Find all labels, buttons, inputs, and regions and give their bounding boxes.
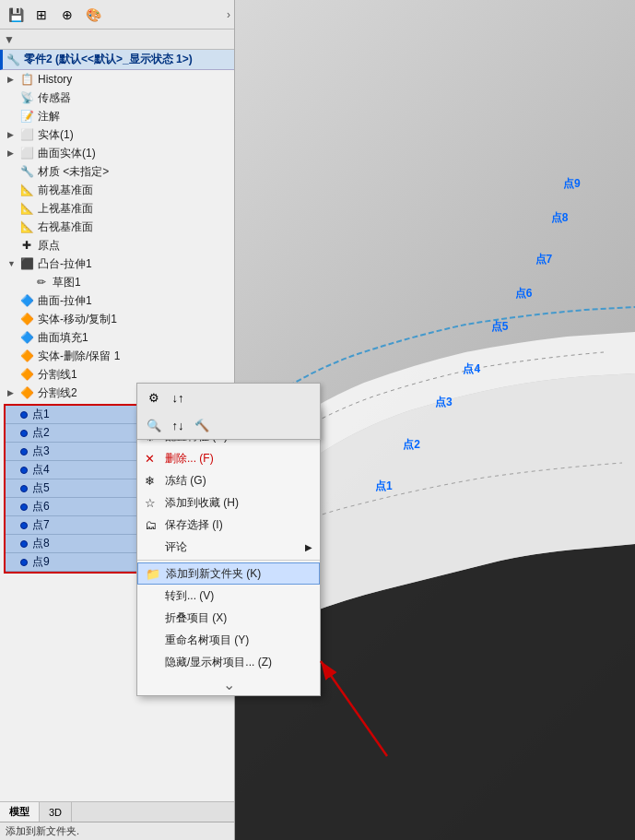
ctx-add-fav[interactable]: ☆ 添加到收藏 (H) bbox=[137, 491, 320, 514]
status-bar: 添加到新文件夹. bbox=[0, 822, 234, 840]
mini-toolbar-row2: 🔍 ↑↓ 🔨 bbox=[137, 411, 320, 439]
ctx-freeze[interactable]: ❄ 冻结 (G) bbox=[137, 469, 320, 491]
annotation-label: 注解 bbox=[38, 109, 60, 124]
status-text: 添加到新文件夹. bbox=[6, 824, 79, 838]
tree-item-solid[interactable]: ▶ ⬜ 实体(1) bbox=[0, 125, 234, 144]
mini-tool-btn[interactable]: 🔨 bbox=[191, 415, 213, 435]
tree-item-surface[interactable]: ▶ ⬜ 曲面实体(1) bbox=[0, 144, 234, 162]
tree-item-annotation[interactable]: ▶ 📝 注解 bbox=[0, 107, 234, 125]
solid-arrow: ▶ bbox=[7, 130, 18, 139]
material-arrow: ▶ bbox=[7, 167, 18, 176]
tree-item-origin[interactable]: ▶ ✚ 原点 bbox=[0, 236, 234, 254]
tree-item-top[interactable]: ▶ 📐 上视基准面 bbox=[0, 199, 234, 218]
main-container: 💾 ⊞ ⊕ 🎨 › ▼ 🔧 零件2 (默认<<默认>_显示状态 1>) ▶ 📋 … bbox=[0, 0, 635, 840]
tab-model[interactable]: 模型 bbox=[0, 802, 40, 822]
grid-button[interactable]: ⊞ bbox=[29, 3, 53, 27]
point-dot-9 bbox=[20, 559, 28, 566]
tree-item-sketch1[interactable]: ▶ ✏ 草图1 bbox=[0, 273, 234, 291]
toolbar-expand[interactable]: › bbox=[227, 8, 230, 21]
filter-icon: ▼ bbox=[4, 33, 15, 46]
right-icon: 📐 bbox=[18, 219, 35, 234]
ctx-add-folder[interactable]: 📁 添加到新文件夹 (K) bbox=[137, 562, 320, 585]
front-icon: 📐 bbox=[18, 183, 35, 197]
tree-item-split1[interactable]: ▶ 🔶 分割线1 bbox=[0, 365, 234, 384]
point-dot-8 bbox=[20, 540, 28, 548]
split1-arrow: ▶ bbox=[7, 370, 18, 379]
mini-configure-btn[interactable]: ⚙ bbox=[143, 387, 165, 408]
ctx-add-folder-label: 添加到新文件夹 (K) bbox=[166, 566, 261, 582]
ctx-save-sel[interactable]: 🗂 保存选择 (I) bbox=[137, 514, 320, 536]
top-arrow: ▶ bbox=[7, 204, 18, 213]
point-label-2: 点2 bbox=[32, 425, 50, 441]
point-label-8: 点8 bbox=[32, 536, 50, 551]
ctx-hide-show[interactable]: 隐藏/显示树项目... (Z) bbox=[137, 651, 320, 673]
tree-item-right[interactable]: ▶ 📐 右视基准面 bbox=[0, 218, 234, 236]
mini-move-btn[interactable]: ↑↓ bbox=[167, 415, 189, 435]
solid-icon: ⬜ bbox=[18, 127, 35, 142]
ctx-comment[interactable]: 评论 ▶ bbox=[137, 536, 320, 558]
point-label-3: 点3 bbox=[32, 444, 50, 459]
ctx-more[interactable]: ⌄ bbox=[137, 673, 320, 695]
tree-item-move1[interactable]: ▶ 🔶 实体-移动/复制1 bbox=[0, 310, 234, 328]
tree-item-front[interactable]: ▶ 📐 前视基准面 bbox=[0, 181, 234, 199]
part-icon: 🔧 bbox=[6, 53, 20, 66]
split2-arrow: ▶ bbox=[7, 388, 18, 397]
tree-item-boss1[interactable]: ▼ ⬛ 凸台-拉伸1 bbox=[0, 254, 234, 273]
boss1-arrow: ▼ bbox=[7, 259, 18, 268]
annotation-icon: 📝 bbox=[18, 109, 35, 124]
tree-item-fill1[interactable]: ▶ 🔷 曲面填充1 bbox=[0, 328, 234, 347]
ctx-separator bbox=[137, 560, 320, 561]
delete1-arrow: ▶ bbox=[7, 351, 18, 361]
surf-extrude1-arrow: ▶ bbox=[7, 296, 18, 305]
tree-item-history[interactable]: ▶ 📋 History bbox=[0, 70, 234, 89]
part-label: 零件2 (默认<<默认>_显示状态 1>) bbox=[24, 52, 193, 67]
tab-3d-label: 3D bbox=[49, 807, 62, 818]
ctx-delete-label: 删除... (F) bbox=[165, 451, 214, 467]
mini-search-btn[interactable]: 🔍 bbox=[143, 415, 165, 435]
origin-arrow: ▶ bbox=[7, 241, 18, 250]
color-button[interactable]: 🎨 bbox=[81, 3, 105, 27]
material-label: 材质 <未指定> bbox=[38, 164, 109, 180]
tab-model-label: 模型 bbox=[9, 805, 29, 819]
tree-item-delete1[interactable]: ▶ 🔶 实体-删除/保留 1 bbox=[0, 347, 234, 365]
history-arrow: ▶ bbox=[7, 75, 18, 84]
front-label: 前视基准面 bbox=[38, 183, 93, 198]
tree-item-surf-extrude1[interactable]: ▶ 🔷 曲面-拉伸1 bbox=[0, 291, 234, 310]
ctx-goto[interactable]: 转到... (V) bbox=[137, 585, 320, 607]
point-label-6: 点6 bbox=[32, 499, 50, 515]
mini-sort-btn[interactable]: ↓↑ bbox=[167, 387, 189, 408]
ctx-freeze-label: 冻结 (G) bbox=[165, 473, 206, 489]
toolbar: 💾 ⊞ ⊕ 🎨 › bbox=[0, 0, 234, 30]
save-button[interactable]: 💾 bbox=[4, 3, 28, 27]
ctx-delete[interactable]: ✕ 删除... (F) bbox=[137, 447, 320, 469]
fav-icon: ☆ bbox=[145, 496, 161, 510]
tree-item-material[interactable]: ▶ 🔧 材质 <未指定> bbox=[0, 162, 234, 181]
split2-icon: 🔶 bbox=[18, 385, 35, 400]
sensor-arrow: ▶ bbox=[7, 93, 18, 102]
point-dot-5 bbox=[20, 485, 28, 492]
ctx-collapse[interactable]: 折叠项目 (X) bbox=[137, 607, 320, 629]
annotation-arrow: ▶ bbox=[7, 112, 18, 121]
sketch1-label: 草图1 bbox=[53, 275, 81, 290]
center-button[interactable]: ⊕ bbox=[55, 3, 79, 27]
context-menu: 特征 ⚙ 配置特征 (D) ✕ 删除... (F) ❄ 冻结 (G) ☆ 添加到… bbox=[136, 406, 321, 696]
tab-3d[interactable]: 3D bbox=[40, 802, 72, 822]
comment-icon bbox=[145, 540, 161, 554]
sensor-label: 传感器 bbox=[38, 90, 71, 106]
tree-item-sensor[interactable]: ▶ 📡 传感器 bbox=[0, 89, 234, 107]
sketch1-arrow: ▶ bbox=[22, 278, 33, 287]
point-label-5: 点5 bbox=[32, 480, 50, 496]
history-icon: 📋 bbox=[18, 72, 35, 87]
origin-icon: ✚ bbox=[18, 238, 35, 253]
ctx-rename[interactable]: 重命名树项目 (Y) bbox=[137, 629, 320, 651]
part-header[interactable]: 🔧 零件2 (默认<<默认>_显示状态 1>) bbox=[0, 50, 234, 70]
mini-toolbar: ⚙ ↓↑ 🔍 ↑↓ 🔨 bbox=[136, 383, 321, 440]
fill1-arrow: ▶ bbox=[7, 333, 18, 342]
point-dot-2 bbox=[20, 430, 28, 437]
surf-extrude1-label: 曲面-拉伸1 bbox=[38, 293, 92, 309]
hide-show-icon bbox=[145, 656, 161, 669]
ctx-collapse-label: 折叠项目 (X) bbox=[165, 610, 227, 626]
point-dot-7 bbox=[20, 522, 28, 529]
mini-toolbar-row1: ⚙ ↓↑ bbox=[137, 384, 320, 411]
split2-label: 分割线2 bbox=[38, 385, 77, 401]
